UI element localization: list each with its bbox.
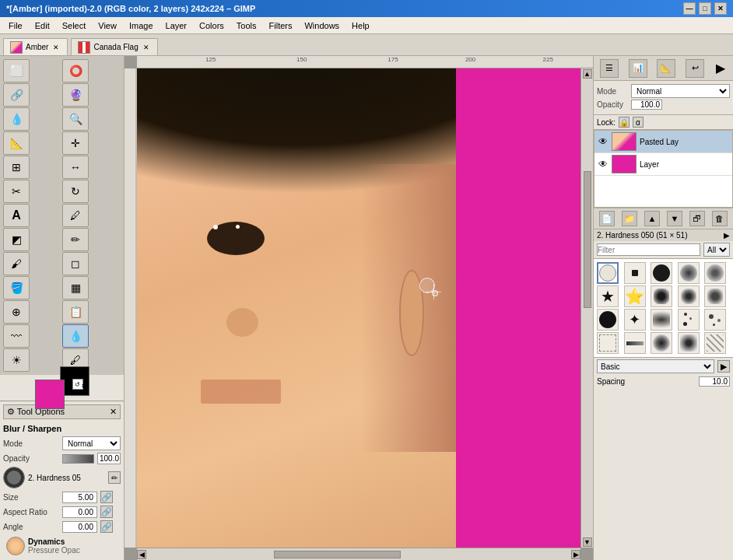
tool-smudge[interactable]: 〰 [3, 324, 30, 348]
brush-edit-button[interactable]: ✏ [108, 471, 121, 484]
tool-rect-select[interactable]: ⬜ [3, 59, 30, 82]
tool-clone[interactable]: 📋 [62, 300, 89, 324]
brush-item-10[interactable] [704, 285, 726, 307]
new-group-button[interactable]: 📁 [622, 211, 637, 226]
brush-item-8[interactable] [651, 285, 672, 307]
tool-gradient[interactable]: ▦ [62, 276, 89, 299]
vscroll[interactable]: ▲ ▼ [580, 68, 593, 548]
lock-alpha-icon[interactable]: α [633, 117, 644, 128]
tool-options-close[interactable]: ✕ [110, 407, 117, 417]
brush-preview[interactable] [3, 467, 25, 488]
brush-item-1[interactable] [597, 262, 619, 284]
layer-eye-base[interactable]: 👁 [598, 159, 608, 170]
brush-item-7[interactable]: ⭐ [624, 285, 646, 307]
close-button[interactable]: ✕ [714, 2, 727, 15]
image-tab-amber[interactable]: Amber ✕ [3, 38, 68, 55]
menu-file[interactable]: File [3, 19, 28, 33]
undo-icon[interactable]: ↩ [686, 59, 704, 78]
canada-tab-close[interactable]: ✕ [142, 43, 151, 52]
brush-item-3[interactable] [651, 262, 672, 284]
brush-item-2[interactable] [624, 262, 646, 284]
canvas-area[interactable]: 125 150 175 200 225 [125, 56, 593, 560]
raise-layer-button[interactable]: ▲ [644, 211, 660, 226]
tool-bucket[interactable]: 🪣 [3, 276, 30, 299]
maximize-button[interactable]: □ [699, 2, 711, 15]
brush-item-11[interactable] [597, 309, 619, 331]
delete-layer-button[interactable]: 🗑 [712, 211, 728, 226]
brush-filter-select[interactable]: All [703, 243, 730, 257]
tool-pencil[interactable]: ✏ [62, 228, 89, 251]
tool-color-picker[interactable]: 💧 [3, 107, 30, 131]
mode-select[interactable]: Normal [62, 436, 121, 450]
menu-tools[interactable]: Tools [231, 19, 262, 33]
vscroll-down[interactable]: ▼ [583, 537, 592, 547]
brush-item-5[interactable] [704, 262, 726, 284]
angle-input[interactable]: 0.00 [62, 521, 97, 533]
image-tab-canada[interactable]: Canada Flag ✕ [71, 38, 157, 55]
brush-item-6[interactable]: ★ [597, 285, 619, 307]
hscroll-thumb[interactable] [274, 551, 401, 558]
menu-colors[interactable]: Colors [194, 19, 230, 33]
tool-free-select[interactable]: 🔗 [3, 83, 30, 107]
tool-zoom[interactable]: 🔍 [62, 107, 89, 131]
vscroll-track[interactable] [584, 79, 591, 537]
opacity-slider[interactable] [62, 454, 94, 464]
hscroll-left[interactable]: ◀ [137, 550, 146, 559]
tool-blur[interactable]: 💧 [62, 324, 89, 348]
layer-mode-select[interactable]: Normal [631, 84, 730, 98]
brush-item-14[interactable] [678, 309, 700, 331]
brush-item-12[interactable]: ✦ [624, 309, 646, 331]
tool-align[interactable]: ⊞ [3, 156, 30, 179]
menu-layer[interactable]: Layer [160, 19, 193, 33]
brush-item-20[interactable] [704, 332, 726, 354]
brush-item-4[interactable] [678, 262, 700, 284]
tool-text[interactable]: A [3, 204, 30, 227]
menu-windows[interactable]: Windows [299, 19, 345, 33]
expand-icon[interactable]: ▶ [714, 59, 727, 78]
tool-path[interactable]: 🖊 [62, 204, 89, 227]
hscroll-right[interactable]: ▶ [571, 550, 580, 559]
vscroll-up[interactable]: ▲ [583, 69, 592, 79]
foreground-color[interactable] [35, 380, 65, 409]
size-chain-icon[interactable]: 🔗 [100, 491, 113, 503]
menu-filters[interactable]: Filters [264, 19, 298, 33]
canvas-viewport[interactable] [137, 68, 580, 548]
brush-filter-input[interactable] [597, 243, 700, 256]
menu-image[interactable]: Image [124, 19, 159, 33]
swap-colors-icon[interactable]: ⇌ [82, 381, 88, 390]
channels-icon[interactable]: 📊 [629, 59, 647, 78]
minimize-button[interactable]: — [683, 2, 696, 15]
amber-tab-close[interactable]: ✕ [51, 43, 61, 52]
angle-chain-icon[interactable]: 🔗 [100, 520, 113, 533]
paths-icon[interactable]: 📐 [657, 59, 675, 78]
brush-item-19[interactable] [678, 332, 700, 354]
layer-eye-pasted[interactable]: 👁 [598, 136, 608, 147]
tool-fuzzy-select[interactable]: 🔮 [62, 83, 89, 107]
brush-item-13[interactable] [651, 309, 672, 331]
tool-move[interactable]: ✛ [62, 131, 89, 155]
tool-threshold[interactable]: ◩ [3, 228, 30, 251]
tool-erase[interactable]: ◻ [62, 252, 89, 275]
dynamics-thumb[interactable] [6, 537, 25, 555]
opacity-input[interactable]: 100.0 [631, 100, 662, 110]
brush-item-15[interactable] [704, 309, 726, 331]
tool-ellipse-select[interactable]: ⭕ [62, 59, 89, 82]
aspect-chain-icon[interactable]: 🔗 [100, 506, 113, 518]
tool-dodge[interactable]: ☀ [3, 348, 30, 372]
menu-select[interactable]: Select [57, 19, 92, 33]
brush-panel-expand[interactable]: ▶ [724, 231, 730, 240]
aspect-input[interactable]: 0.00 [62, 506, 97, 518]
hscroll[interactable]: ◀ ▶ [137, 548, 580, 560]
spacing-input[interactable]: 10.0 [699, 376, 730, 387]
brush-item-17[interactable] [624, 332, 646, 354]
size-input[interactable]: 5.00 [62, 492, 97, 503]
tool-paintbrush[interactable]: 🖌 [3, 252, 30, 275]
lower-layer-button[interactable]: ▼ [667, 211, 682, 226]
layer-item-base[interactable]: 👁 Layer [594, 153, 732, 176]
duplicate-layer-button[interactable]: 🗗 [689, 211, 705, 226]
layer-item-pasted[interactable]: 👁 Pasted Lay [594, 131, 732, 153]
lock-position-icon[interactable]: 🔒 [619, 117, 630, 128]
menu-edit[interactable]: Edit [30, 19, 55, 33]
brush-tag-select[interactable]: Basic [597, 359, 714, 373]
brush-panel-header[interactable]: 2. Hardness 050 (51 × 51) ▶ [594, 229, 733, 241]
